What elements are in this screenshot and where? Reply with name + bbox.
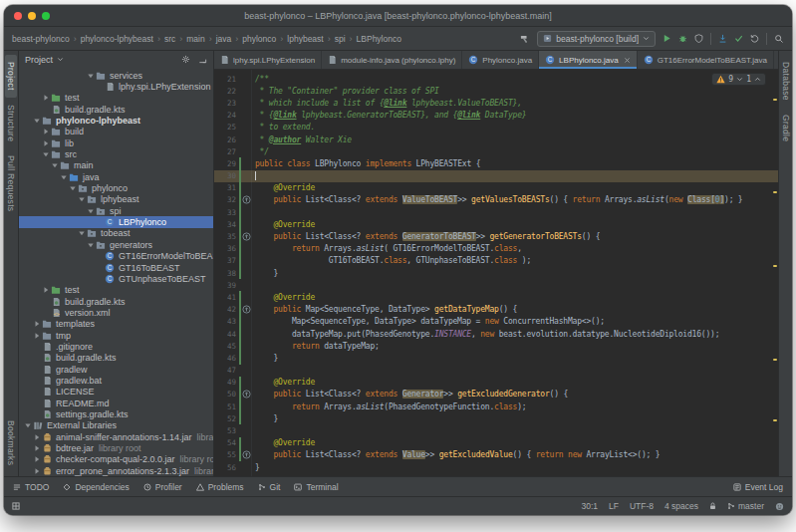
editor-tab-phylonco-java[interactable]: CPhylonco.java <box>462 51 539 69</box>
tree-item-external-libraries[interactable]: External Libraries <box>19 420 213 431</box>
project-panel-title[interactable]: Project <box>25 55 53 65</box>
tool-window-switcher-button[interactable] <box>12 502 20 510</box>
breadcrumb-item-src[interactable]: src <box>164 34 175 44</box>
tree-item-java[interactable]: java <box>19 171 213 182</box>
run-button[interactable] <box>663 34 671 43</box>
code-line-33[interactable]: 33 <box>214 206 778 218</box>
collapse-arrow-icon[interactable] <box>23 421 32 429</box>
code-line-27[interactable]: 27 */ <box>214 145 778 157</box>
tool-window-button-terminal[interactable]: Terminal <box>294 482 338 492</box>
tool-strip-item-structure[interactable]: Structure <box>5 98 17 148</box>
inspections-indicator[interactable] <box>775 502 784 511</box>
caret-position[interactable]: 30:1 <box>581 501 598 511</box>
code-line-37[interactable]: 37 GT16ToBEAST.class, GTUnphaseToBEAST.c… <box>214 255 778 267</box>
collapse-arrow-icon[interactable] <box>68 184 77 192</box>
tree-item-gradlew-bat[interactable]: gradlew.bat <box>19 375 213 386</box>
tool-window-button-git[interactable]: Git <box>258 482 281 492</box>
tree-item-gitignore[interactable]: .gitignore <box>19 341 213 352</box>
tree-item-settings-gradle-kts[interactable]: settings.gradle.kts <box>19 408 213 419</box>
tree-item-error-prone-annotations-2-1-3-jar[interactable]: error_prone_annotations-2.1.3.jarlibrary… <box>19 465 213 476</box>
tree-item-phylonco-lphybeast[interactable]: phylonco-lphybeast <box>19 115 213 126</box>
tool-strip-item-bookmarks[interactable]: Bookmarks <box>5 413 17 472</box>
expand-arrow-icon[interactable] <box>32 433 41 441</box>
code-line-47[interactable]: 47 <box>214 365 778 377</box>
breadcrumb-item-phylonco[interactable]: phylonco <box>242 34 276 44</box>
close-window-button[interactable] <box>14 12 22 20</box>
code-line-43[interactable]: 43 Map<SequenceType, DataType> dataTypeM… <box>214 316 778 328</box>
tool-window-button-dependencies[interactable]: Dependencies <box>63 482 129 492</box>
warning-stripe-mark[interactable] <box>773 419 777 421</box>
collapse-arrow-icon[interactable] <box>86 72 95 80</box>
tree-item-build-gradle-kts[interactable]: build.gradle.kts <box>19 296 213 307</box>
code-line-35[interactable]: 35 public List<Class<? extends Generator… <box>214 230 778 242</box>
minimize-window-button[interactable] <box>28 12 36 20</box>
code-line-41[interactable]: 41 @Override <box>214 291 778 303</box>
tool-strip-item-gradle[interactable]: Gradle <box>780 108 792 148</box>
git-branch[interactable]: master <box>727 501 764 511</box>
warning-stripe-mark[interactable] <box>773 99 777 101</box>
expand-arrow-icon[interactable] <box>32 332 41 340</box>
tree-item-test[interactable]: test <box>19 285 213 296</box>
tool-window-button-todo[interactable]: TODO <box>13 482 49 492</box>
tree-item-gt16tobeast[interactable]: CGT16ToBEAST <box>19 262 213 273</box>
tree-item-gtunphasetobeast[interactable]: CGTUnphaseToBEAST <box>19 273 213 284</box>
code-line-45[interactable]: 45 return dataTypeMap; <box>214 340 778 352</box>
expand-arrow-icon[interactable] <box>32 320 41 328</box>
tree-item-lbphylonco[interactable]: CLBPhylonco <box>19 216 213 227</box>
collapse-arrow-icon[interactable] <box>77 229 86 237</box>
breadcrumb-item-lphybeast[interactable]: lphybeast <box>287 34 323 44</box>
collapse-arrow-icon[interactable] <box>77 195 86 203</box>
breadcrumb-item-spi[interactable]: spi <box>335 34 346 44</box>
expand-arrow-icon[interactable] <box>32 444 41 452</box>
tree-item-test[interactable]: test <box>19 93 213 104</box>
code-line-31[interactable]: 31 @Override <box>214 182 778 194</box>
tree-item-main[interactable]: main <box>19 160 213 171</box>
tree-item-version-xml[interactable]: <>version.xml <box>19 307 213 318</box>
editor-tab-lphy-spi-lphyextension[interactable]: lphy.spi.LPhyExtension <box>214 51 322 69</box>
code-line-25[interactable]: 25 * to extend. <box>214 122 778 133</box>
hide-panel-button[interactable] <box>198 55 207 64</box>
tree-item-services[interactable]: services <box>19 70 213 81</box>
code-line-36[interactable]: 36 return Arrays.asList( GT16ErrorModelT… <box>214 243 778 255</box>
tool-window-button-problems[interactable]: Problems <box>196 482 244 492</box>
collapse-arrow-icon[interactable] <box>32 117 41 125</box>
tool-strip-item-database[interactable]: Database <box>780 55 792 108</box>
code-line-53[interactable]: 53 <box>214 424 778 436</box>
code-editor[interactable]: 21/**22 * The "Container" provider class… <box>214 70 778 476</box>
tree-item-lphybeast[interactable]: lphybeast <box>19 194 213 205</box>
build-project-button[interactable] <box>520 34 530 44</box>
file-encoding[interactable]: UTF-8 <box>630 501 654 511</box>
tree-item-lib[interactable]: lib <box>19 137 213 148</box>
warning-stripe-mark[interactable] <box>773 191 777 193</box>
code-line-46[interactable]: 46 } <box>214 352 778 364</box>
code-line-56[interactable]: 56} <box>214 461 778 473</box>
project-options-button[interactable] <box>181 55 190 64</box>
run-with-coverage-button[interactable] <box>694 34 703 43</box>
expand-arrow-icon[interactable] <box>32 455 41 463</box>
breadcrumb-item-lbphylonco[interactable]: LBPhylonco <box>357 34 401 44</box>
code-line-21[interactable]: 21/** <box>214 73 778 85</box>
override-gutter-icon[interactable] <box>241 305 251 314</box>
breadcrumb-item-main[interactable]: main <box>186 34 204 44</box>
tree-item-templates[interactable]: templates <box>19 319 213 330</box>
tool-strip-item-pull-requests[interactable]: Pull Requests <box>5 148 17 218</box>
rollback-button[interactable] <box>750 34 759 43</box>
tree-item-bdtree-jar[interactable]: bdtree.jarlibrary root <box>19 442 213 453</box>
code-line-51[interactable]: 51 return Arrays.asList(PhasedGenotypeFu… <box>214 400 778 412</box>
tree-item-generators[interactable]: generators <box>19 239 213 250</box>
tree-item-tobeast[interactable]: tobeast <box>19 228 213 239</box>
warning-stripe-mark[interactable] <box>773 265 777 267</box>
run-configuration-select[interactable]: beast-phylonco [build] <box>537 31 656 47</box>
warning-stripe-mark[interactable] <box>773 359 777 361</box>
override-gutter-icon[interactable] <box>241 450 251 459</box>
readonly-toggle[interactable] <box>709 502 716 510</box>
code-line-39[interactable]: 39 <box>214 279 778 291</box>
collapse-arrow-icon[interactable] <box>50 161 59 169</box>
zoom-window-button[interactable] <box>42 12 50 20</box>
tree-item-gradlew[interactable]: gradlew <box>19 364 213 375</box>
code-line-50[interactable]: 50 public List<Class<? extends Generator… <box>214 389 778 400</box>
code-line-55[interactable]: 55 public List<Class<? extends Value>> g… <box>214 449 778 461</box>
expand-arrow-icon[interactable] <box>41 286 50 294</box>
update-project-button[interactable] <box>718 34 727 43</box>
inspections-widget[interactable]: 91 <box>711 73 766 86</box>
